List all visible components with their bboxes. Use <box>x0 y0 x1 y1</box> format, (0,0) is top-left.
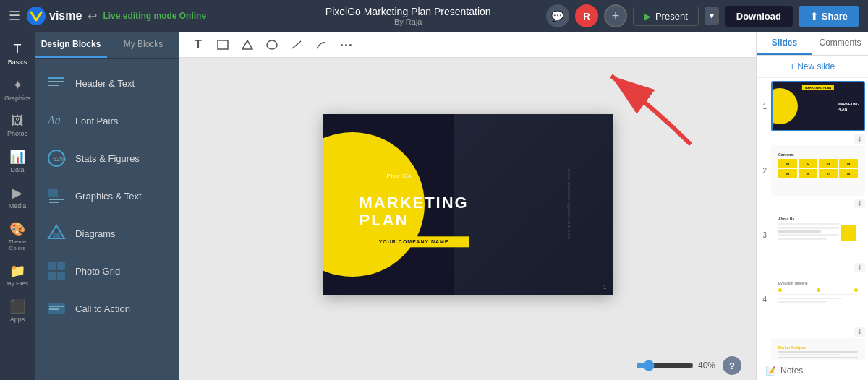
slide-thumb-row-4: 4 Evolution Timeline <box>760 274 865 324</box>
thumb1-yellow <box>771 88 798 124</box>
help-button[interactable]: ? <box>723 356 741 375</box>
design-item-photo-grid[interactable]: Photo Grid <box>35 252 179 290</box>
sidebar-item-my-files[interactable]: 📁 My Files <box>1 259 33 291</box>
thumb4-line-1 <box>783 290 815 290</box>
sidebar-item-graphics[interactable]: ✦ Graphics <box>1 73 33 106</box>
tools-bar: T ⋯ <box>179 32 756 58</box>
tab-comments[interactable]: Comments <box>812 32 868 55</box>
font-pairs-icon: Aa <box>45 109 68 132</box>
slide-logo-circle <box>359 161 383 184</box>
thumb5-title: Market Analysis <box>778 345 858 350</box>
sidebar-item-data[interactable]: 📊 Data <box>1 144 33 178</box>
slide-watermark: www.marketingplan.md.com <box>567 168 571 240</box>
tab-design-blocks[interactable]: Design Blocks <box>35 32 107 58</box>
slide-action-icon-3[interactable]: ⬇ <box>854 263 865 272</box>
slide-thumb-3[interactable]: About Us <box>771 210 865 260</box>
design-item-font-pairs[interactable]: Aa Font Pairs <box>35 102 179 139</box>
slide-number: 1 <box>603 284 606 290</box>
icon-sidebar: T Basics ✦ Graphics 🖼 Photos 📊 Data ▶ Me… <box>0 32 35 380</box>
sidebar-item-apps[interactable]: ⬛ Apps <box>1 294 33 327</box>
zoom-percent: 40% <box>698 360 715 371</box>
thumb2-cell-1: 01 <box>778 159 797 168</box>
arrow-annotation <box>597 65 712 152</box>
live-status: Online <box>179 11 206 21</box>
zoom-slider-container: 40% <box>636 360 715 371</box>
triangle-tool-button[interactable] <box>237 35 258 55</box>
thumb3-line-4 <box>778 234 839 236</box>
theme-icon: 🎨 <box>9 221 25 237</box>
slide-num-2: 2 <box>760 167 767 175</box>
slide-logo-text: PixelGo <box>387 173 412 179</box>
comment-button[interactable]: 💬 <box>546 4 569 27</box>
svg-rect-14 <box>48 272 56 280</box>
slide-thumb-1[interactable]: MARKETING PLAN MARKETINGPLAN <box>771 81 865 131</box>
slide-thumb-5[interactable]: Market Analysis <box>771 338 865 360</box>
thumb2-cell-6: 06 <box>799 169 817 178</box>
thumb2-cell-5: 05 <box>778 169 797 178</box>
play-icon: ▶ <box>644 11 651 22</box>
doc-author: By Raja <box>394 17 422 26</box>
notes-icon: 📝 <box>765 366 776 376</box>
visme-brand-text: visme <box>49 9 82 22</box>
design-item-graphics-text[interactable]: Graphics & Text <box>35 177 179 215</box>
slide-content: PixelGo MARKETING PLAN YOUR COMPANY NAME <box>359 161 469 247</box>
graphics-text-label: Graphics & Text <box>75 191 142 202</box>
right-panel: Slides Comments + New slide 1 MARKETING … <box>756 32 868 380</box>
slide-thumb-4[interactable]: Evolution Timeline <box>771 274 865 324</box>
add-collaborator-button[interactable]: + <box>604 4 627 27</box>
new-slide-button[interactable]: + New slide <box>757 56 868 78</box>
hamburger-icon[interactable]: ☰ <box>9 8 20 24</box>
slide-action-icon-1[interactable]: ⬇ <box>854 134 865 144</box>
circle-tool-button[interactable] <box>262 35 282 55</box>
tab-slides[interactable]: Slides <box>757 32 812 55</box>
thumb1-label: MARKETING PLAN <box>802 85 834 90</box>
undo-icon[interactable]: ↩ <box>88 9 97 23</box>
zoom-slider[interactable] <box>636 360 694 371</box>
line-tool-button[interactable] <box>286 35 307 55</box>
sidebar-item-media[interactable]: ▶ Media <box>1 181 33 214</box>
present-dropdown-button[interactable]: ▾ <box>705 7 719 25</box>
slide-thumb-row-1: 1 MARKETING PLAN MARKETINGPLAN <box>760 81 865 131</box>
thumb4-line-2 <box>822 290 854 290</box>
design-item-stats-figures[interactable]: 52% Stats & Figures <box>35 139 179 177</box>
avatar-button[interactable]: R <box>575 4 598 27</box>
visme-logo: visme <box>26 6 82 26</box>
slide-thumb-row-3: 3 About Us <box>760 210 865 260</box>
thumb3-lines <box>778 223 839 240</box>
thumb4-dot-2 <box>817 288 820 292</box>
thumb2-cell-7: 07 <box>819 169 838 178</box>
graphics-text-icon <box>45 184 68 207</box>
design-item-call-to-action[interactable]: Call to Action <box>35 290 179 327</box>
rect-tool-button[interactable] <box>213 35 233 55</box>
text-tool-button[interactable]: T <box>188 35 208 55</box>
thumb2-cell-3: 03 <box>819 159 838 168</box>
sidebar-item-theme-colors[interactable]: 🎨 Theme Colors <box>1 217 33 256</box>
thumb3-line-2 <box>778 227 839 229</box>
topbar-right: 💬 R + ▶ Present ▾ Download ⬆ Share <box>546 4 859 27</box>
download-button[interactable]: Download <box>725 6 793 27</box>
sidebar-item-basics[interactable]: T Basics <box>1 38 33 70</box>
topbar-left: ☰ visme ↩ Live editing mode Online <box>9 6 270 26</box>
present-button[interactable]: ▶ Present <box>633 7 699 26</box>
design-item-diagrams[interactable]: Diagrams <box>35 215 179 252</box>
header-text-icon <box>45 72 68 95</box>
more-tools-button[interactable]: ⋯ <box>336 35 356 55</box>
notes-bar[interactable]: 📝 Notes <box>757 360 868 380</box>
pen-tool-button[interactable] <box>311 35 331 55</box>
tab-my-blocks[interactable]: My Blocks <box>107 32 179 58</box>
slide-thumb-2[interactable]: Contents 01 02 03 04 05 06 07 08 <box>771 145 865 196</box>
sidebar-item-photos[interactable]: 🖼 Photos <box>1 109 33 142</box>
svg-rect-11 <box>53 233 60 238</box>
slide-action-icon-2[interactable]: ⬇ <box>854 199 865 208</box>
thumb5-line-1 <box>778 351 858 353</box>
design-item-header-text[interactable]: Header & Text <box>35 64 179 102</box>
slide-action-icon-4[interactable]: ⬇ <box>854 327 865 337</box>
slide-num-3: 3 <box>760 231 767 239</box>
thumb1-text: MARKETINGPLAN <box>838 102 859 111</box>
svg-rect-17 <box>49 306 64 307</box>
share-button[interactable]: ⬆ Share <box>799 6 859 27</box>
slide-canvas[interactable]: PixelGo MARKETING PLAN YOUR COMPANY NAME… <box>323 114 613 295</box>
graphics-icon: ✦ <box>12 77 23 93</box>
photo-grid-icon <box>45 259 68 282</box>
stats-figures-label: Stats & Figures <box>75 153 140 164</box>
